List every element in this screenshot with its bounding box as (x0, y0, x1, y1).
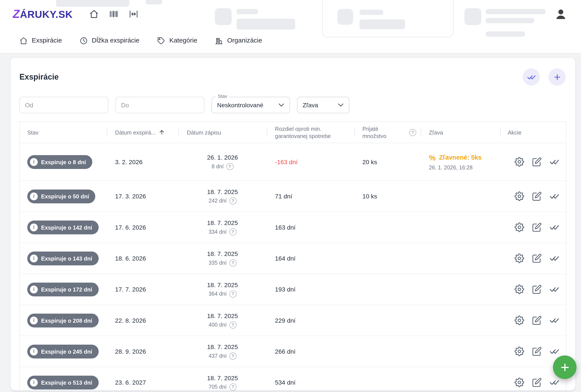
tab-exspiracie[interactable]: Exspirácie (19, 36, 62, 45)
tab-kategorie[interactable]: Kategórie (157, 36, 197, 45)
difference-cell: 229 dní (267, 317, 355, 324)
discount-settings-button[interactable] (515, 316, 524, 325)
status-badge-label: Exspiruje o 245 dní (41, 348, 92, 354)
help-icon[interactable]: ? (226, 163, 233, 170)
col-header-datum-exspiracie[interactable]: Dátum exspirá... (107, 122, 178, 143)
discount-select[interactable]: Zľava (297, 97, 349, 113)
add-button[interactable] (549, 68, 566, 86)
edit-button[interactable] (532, 253, 542, 263)
col-header-datum-zapisu[interactable]: Dátum zápisu (178, 122, 267, 143)
help-icon[interactable]: ? (229, 352, 236, 360)
check-button[interactable] (550, 192, 560, 201)
table-row[interactable]: i Exspiruje o 513 dní 23. 6. 2027 18. 7.… (20, 367, 566, 391)
filters-row: Stav Neskontrolované Zľava (10, 86, 575, 113)
check-button[interactable] (550, 378, 560, 388)
edit-button[interactable] (532, 222, 542, 232)
edit-button[interactable] (532, 346, 542, 356)
discount-settings-button[interactable] (515, 157, 524, 167)
expiry-date-cell: 22. 8. 2026 (107, 317, 178, 324)
help-icon[interactable]: ? (229, 290, 236, 298)
page-title: Exspirácie (19, 72, 59, 82)
actions-cell (500, 378, 566, 388)
entry-age: 437 dní (209, 353, 227, 359)
edit-button[interactable] (532, 157, 542, 167)
difference-cell: 534 dní (267, 379, 355, 386)
barcode-icon[interactable] (109, 9, 119, 19)
entry-date: 26. 1. 2026 (207, 154, 238, 161)
status-cell: i Exspiruje o 208 dní (20, 314, 107, 327)
check-all-button[interactable] (523, 68, 540, 86)
fab-add-button[interactable] (553, 355, 577, 379)
discount-settings-button[interactable] (515, 222, 524, 232)
entry-age: 8 dní (212, 163, 224, 169)
sort-asc-icon[interactable] (158, 129, 165, 136)
discount-cell: % Zľavnené: 5ks 26. 1. 2026, 16:28 (421, 154, 500, 170)
date-to-input[interactable] (115, 97, 204, 113)
table-row[interactable]: i Exspiruje o 142 dní 17. 6. 2026 18. 7.… (20, 212, 566, 243)
info-icon: i (30, 378, 38, 386)
col-header-zlava[interactable]: Zľava (421, 122, 500, 143)
expiry-date-cell: 17. 6. 2026 (107, 224, 178, 231)
actions-cell (500, 192, 566, 201)
col-header-akcie: Akcie (500, 122, 566, 143)
check-button[interactable] (550, 253, 560, 263)
status-badge-label: Exspiruje o 143 dní (41, 255, 92, 262)
tab-label: Dĺžka exspirácie (92, 37, 139, 44)
table-row[interactable]: i Exspiruje o 245 dní 28. 9. 2026 18. 7.… (20, 336, 566, 367)
info-icon: i (30, 316, 38, 324)
check-button[interactable] (550, 157, 560, 167)
check-button[interactable] (550, 222, 560, 232)
edit-button[interactable] (532, 284, 542, 294)
entry-age: 335 dní (209, 260, 227, 266)
avatar[interactable] (553, 6, 568, 22)
help-icon[interactable]: ? (229, 383, 236, 390)
help-icon[interactable]: ? (229, 259, 236, 266)
discount-settings-button[interactable] (515, 284, 524, 294)
status-badge-label: Exspiruje o 172 dní (41, 286, 92, 292)
entry-date-cell: 18. 7. 2025 242 dní ? (178, 188, 267, 204)
entry-age: 242 dní (209, 198, 227, 204)
discount-settings-button[interactable] (515, 192, 524, 201)
col-header-stav[interactable]: Stav (20, 122, 107, 143)
actions-cell (500, 284, 566, 294)
edit-button[interactable] (532, 192, 542, 201)
edit-button[interactable] (532, 378, 542, 388)
brand-logo[interactable]: Z ÁRUKY.SK (13, 7, 72, 21)
difference-value: 163 dní (275, 224, 296, 231)
table-row[interactable]: i Exspiruje o 208 dní 22. 8. 2026 18. 7.… (20, 305, 566, 336)
status-badge-label: Exspiruje o 50 dní (41, 193, 89, 200)
entry-date: 18. 7. 2025 (207, 281, 238, 288)
expiry-date-cell: 3. 2. 2026 (107, 158, 178, 166)
help-icon[interactable]: ? (229, 197, 236, 204)
help-icon[interactable]: ? (229, 228, 236, 236)
check-button[interactable] (550, 346, 560, 356)
tab-organizacie[interactable]: Organizácie (215, 36, 262, 45)
table-row[interactable]: i Exspiruje o 143 dní 18. 6. 2026 18. 7.… (20, 243, 566, 274)
expirations-table: Stav Dátum exspirá... Dátum zápisu Rozdi… (19, 122, 567, 390)
discount-settings-button[interactable] (515, 378, 524, 388)
help-icon[interactable]: ? (409, 129, 416, 136)
table-row[interactable]: i Exspiruje o 50 dní 17. 3. 2026 18. 7. … (20, 181, 566, 212)
width-icon[interactable] (129, 9, 139, 19)
expirations-card: Exspirácie Stav Neskontrolované Zľava (10, 58, 575, 391)
status-select[interactable]: Stav Neskontrolované (211, 97, 290, 113)
date-from-input[interactable] (19, 97, 108, 113)
entry-date-cell: 18. 7. 2025 437 dní ? (178, 344, 267, 360)
discount-settings-button[interactable] (515, 253, 524, 263)
home-icon[interactable] (89, 9, 99, 19)
top-header: Z ÁRUKY.SK (0, 0, 581, 28)
col-header-rozdiel[interactable]: Rozdiel oproti min. garantovanej spotreb… (267, 122, 355, 143)
col-header-prijate[interactable]: Prijaté množstvo ? (355, 122, 421, 143)
info-icon: i (30, 254, 38, 262)
table-row[interactable]: i Exspiruje o 8 dní 3. 2. 2026 26. 1. 20… (20, 143, 566, 181)
table-row[interactable]: i Exspiruje o 172 dní 17. 7. 2026 18. 7.… (20, 274, 566, 305)
tab-dlzka-exspiracie[interactable]: Dĺžka exspirácie (79, 36, 139, 45)
discount-settings-button[interactable] (515, 346, 524, 356)
help-icon[interactable]: ? (229, 321, 236, 328)
edit-button[interactable] (532, 316, 542, 325)
difference-cell: 266 dní (267, 348, 355, 355)
nav-tabs: Exspirácie Dĺžka exspirácie Kategórie Or… (0, 28, 581, 54)
card-header: Exspirácie (10, 58, 575, 86)
check-button[interactable] (550, 284, 560, 294)
check-button[interactable] (550, 316, 560, 325)
